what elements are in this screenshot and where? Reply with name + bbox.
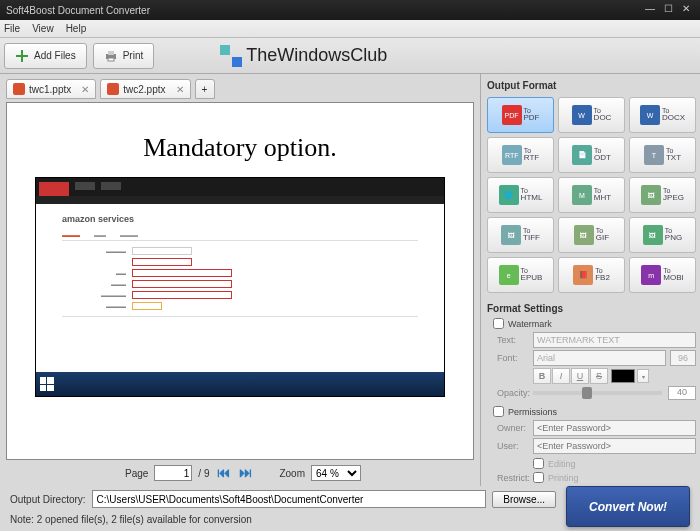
menu-view[interactable]: View xyxy=(32,23,54,34)
close-icon[interactable]: ✕ xyxy=(176,84,184,95)
status-note: Note: 2 opened file(s), 2 file(s) availa… xyxy=(0,512,566,531)
print-label: Print xyxy=(123,50,144,61)
format-docx[interactable]: WToDOCX xyxy=(629,97,696,133)
strike-button[interactable]: S xyxy=(590,368,608,384)
svg-rect-1 xyxy=(16,55,28,57)
svg-rect-3 xyxy=(108,51,114,55)
first-page-button[interactable]: ⏮ xyxy=(217,465,235,481)
page-nav: Page / 9 ⏮ ⏭ Zoom 64 % xyxy=(6,460,474,486)
menu-help[interactable]: Help xyxy=(66,23,87,34)
tab-file-1[interactable]: twc1.pptx ✕ xyxy=(6,79,96,99)
slide-title: Mandatory option. xyxy=(35,133,445,163)
doc-icon: W xyxy=(572,105,592,125)
odt-icon: 📄 xyxy=(572,145,592,165)
format-html[interactable]: 🌐ToHTML xyxy=(487,177,554,213)
owner-label: Owner: xyxy=(497,423,533,433)
tab-file-2[interactable]: twc2.pptx ✕ xyxy=(100,79,190,99)
mht-icon: M xyxy=(572,185,592,205)
format-mobi[interactable]: mToMOBI xyxy=(629,257,696,293)
tab-label: twc1.pptx xyxy=(29,84,71,95)
format-tiff[interactable]: 🖼ToTIFF xyxy=(487,217,554,253)
plus-icon xyxy=(15,49,29,63)
app-title: Soft4Boost Document Converter xyxy=(6,5,150,16)
page-label: Page xyxy=(125,468,148,479)
printer-icon xyxy=(104,49,118,63)
format-mht[interactable]: MToMHT xyxy=(558,177,625,213)
font-select[interactable] xyxy=(533,350,666,366)
format-jpeg[interactable]: 🖼ToJPEG xyxy=(629,177,696,213)
rtf-icon: RTF xyxy=(502,145,522,165)
slide-screenshot: amazon services ▬▬▬▬▬▬▬▬ ▬▬▬▬ ▬▬ ▬▬▬ ▬▬▬… xyxy=(35,177,445,397)
preview-pane: Mandatory option. amazon services ▬▬▬▬▬▬… xyxy=(6,102,474,460)
close-button[interactable]: ✕ xyxy=(678,3,694,17)
page-total: / 9 xyxy=(198,468,209,479)
html-icon: 🌐 xyxy=(499,185,519,205)
opacity-label: Opacity: xyxy=(497,388,533,398)
menubar: File View Help xyxy=(0,20,700,38)
permissions-checkbox[interactable] xyxy=(493,406,504,417)
format-txt[interactable]: TToTXT xyxy=(629,137,696,173)
color-dropdown[interactable]: ▾ xyxy=(637,369,649,383)
format-fb2[interactable]: 📕ToFB2 xyxy=(558,257,625,293)
opacity-slider[interactable] xyxy=(533,391,662,395)
add-files-label: Add Files xyxy=(34,50,76,61)
format-grid: PDFToPDF WToDOC WToDOCX RTFToRTF 📄ToODT … xyxy=(487,97,696,293)
format-png[interactable]: 🖼ToPNG xyxy=(629,217,696,253)
convert-button[interactable]: Convert Now! xyxy=(566,486,690,527)
format-pdf[interactable]: PDFToPDF xyxy=(487,97,554,133)
add-files-button[interactable]: Add Files xyxy=(4,43,87,69)
font-label: Font: xyxy=(497,353,533,363)
print-button[interactable]: Print xyxy=(93,43,155,69)
fb2-icon: 📕 xyxy=(573,265,593,285)
jpeg-icon: 🖼 xyxy=(641,185,661,205)
permissions-label: Permissions xyxy=(508,407,557,417)
browse-button[interactable]: Browse... xyxy=(492,491,556,508)
underline-button[interactable]: U xyxy=(571,368,589,384)
format-settings-title: Format Settings xyxy=(487,303,696,314)
text-label: Text: xyxy=(497,335,533,345)
user-label: User: xyxy=(497,441,533,451)
tab-add-button[interactable]: + xyxy=(195,79,215,99)
output-dir-label: Output Directory: xyxy=(10,494,86,505)
titlebar: Soft4Boost Document Converter — ☐ ✕ xyxy=(0,0,700,20)
bold-button[interactable]: B xyxy=(533,368,551,384)
font-size-input[interactable] xyxy=(670,350,696,366)
menu-file[interactable]: File xyxy=(4,23,20,34)
epub-icon: e xyxy=(499,265,519,285)
zoom-select[interactable]: 64 % xyxy=(311,465,361,481)
txt-icon: T xyxy=(644,145,664,165)
close-icon[interactable]: ✕ xyxy=(81,84,89,95)
mobi-icon: m xyxy=(641,265,661,285)
output-format-title: Output Format xyxy=(487,80,696,91)
gif-icon: 🖼 xyxy=(574,225,594,245)
format-gif[interactable]: 🖼ToGIF xyxy=(558,217,625,253)
brand: TheWindowsClub xyxy=(220,45,387,67)
restrict-printing-checkbox[interactable] xyxy=(533,472,544,483)
user-password-input[interactable] xyxy=(533,438,696,454)
output-dir-input[interactable] xyxy=(92,490,487,508)
restrict-label: Restrict: xyxy=(497,473,533,483)
italic-button[interactable]: I xyxy=(552,368,570,384)
docx-icon: W xyxy=(640,105,660,125)
pptx-icon xyxy=(107,83,119,95)
restrict-editing-checkbox[interactable] xyxy=(533,458,544,469)
brand-logo-icon xyxy=(220,45,242,67)
format-epub[interactable]: eToEPUB xyxy=(487,257,554,293)
format-odt[interactable]: 📄ToODT xyxy=(558,137,625,173)
tiff-icon: 🖼 xyxy=(501,225,521,245)
page-input[interactable] xyxy=(154,465,192,481)
embed-brand: amazon services xyxy=(62,214,418,224)
watermark-checkbox[interactable] xyxy=(493,318,504,329)
minimize-button[interactable]: — xyxy=(642,3,658,17)
maximize-button[interactable]: ☐ xyxy=(660,3,676,17)
format-rtf[interactable]: RTFToRTF xyxy=(487,137,554,173)
zoom-label: Zoom xyxy=(279,468,305,479)
png-icon: 🖼 xyxy=(643,225,663,245)
owner-password-input[interactable] xyxy=(533,420,696,436)
format-doc[interactable]: WToDOC xyxy=(558,97,625,133)
color-picker[interactable] xyxy=(611,369,635,383)
watermark-text-input[interactable] xyxy=(533,332,696,348)
next-page-button[interactable]: ⏭ xyxy=(239,465,257,481)
svg-rect-4 xyxy=(108,58,114,61)
brand-text: TheWindowsClub xyxy=(246,45,387,66)
